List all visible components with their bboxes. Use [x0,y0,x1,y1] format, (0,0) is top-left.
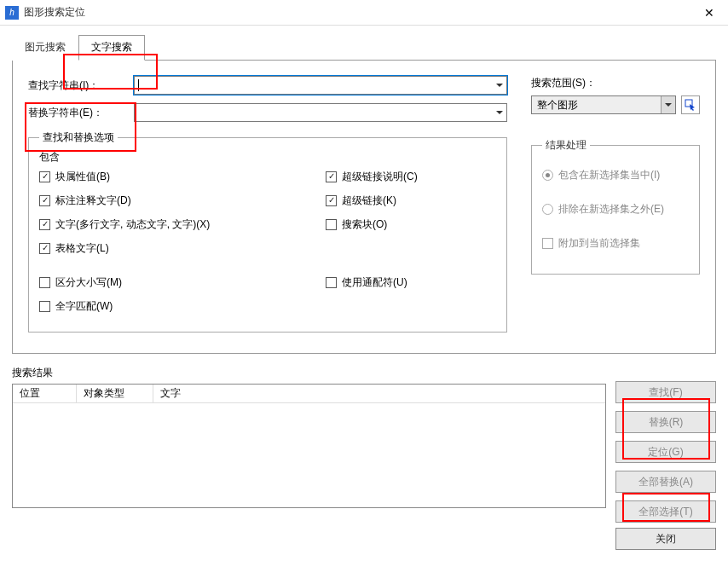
radio-exclude [542,204,553,215]
radio-include [542,170,553,181]
result-handling-group: 结果处理 包含在新选择集当中(I) 排除在新选择集之外(E) 附加到当前选择集 [531,138,700,275]
col-object-type[interactable]: 对象类型 [77,385,153,402]
chevron-down-icon[interactable] [492,77,506,94]
checkbox-hyperlink-desc[interactable]: ✓ [326,171,337,182]
include-legend: 包含 [39,150,496,165]
find-string-input[interactable] [134,76,507,95]
checkbox-text[interactable]: ✓ [39,219,50,230]
window-title: 图形搜索定位 [24,5,690,20]
checkbox-wildcard[interactable] [326,277,337,288]
tab-element-search[interactable]: 图元搜索 [12,35,78,61]
results-label: 搜索结果 [12,366,607,380]
checkbox-append [542,238,553,249]
checkbox-case[interactable] [39,277,50,288]
col-location[interactable]: 位置 [13,385,77,402]
find-string-label: 查找字符串(I)： [28,78,134,93]
chevron-down-icon[interactable] [492,104,506,121]
scope-label: 搜索范围(S)： [531,76,700,90]
checkbox-whole-word[interactable] [39,301,50,312]
tab-text-search[interactable]: 文字搜索 [78,35,145,61]
select-all-button[interactable]: 全部选择(T) [615,500,716,523]
scope-select[interactable]: 整个图形 [531,95,676,114]
result-handling-legend: 结果处理 [542,138,590,153]
app-icon: h [5,6,19,20]
find-button[interactable]: 查找(F) [615,381,716,403]
col-text[interactable]: 文字 [153,385,605,402]
tab-panel: 查找字符串(I)： 替换字符串(E)： 查找和替换选项 包含 ✓块属性值(B) [12,60,716,354]
replace-all-button[interactable]: 全部替换(A) [615,471,716,493]
locate-button[interactable]: 定位(G) [615,441,716,463]
pick-objects-icon[interactable] [681,95,700,114]
options-group: 查找和替换选项 包含 ✓块属性值(B) ✓标注注释文字(D) ✓文字(多行文字,… [28,130,507,333]
replace-string-label: 替换字符串(E)： [28,106,134,120]
title-bar: h 图形搜索定位 ✕ [0,0,728,26]
replace-button[interactable]: 替换(R) [615,411,716,433]
checkbox-block-attr[interactable]: ✓ [39,171,50,182]
checkbox-dim-text[interactable]: ✓ [39,195,50,206]
replace-string-input[interactable] [134,103,507,122]
results-table[interactable]: 位置 对象类型 文字 [12,384,606,508]
options-legend: 查找和替换选项 [39,130,118,145]
close-button[interactable]: 关闭 [615,528,716,550]
chevron-down-icon[interactable] [661,96,675,113]
close-icon[interactable]: ✕ [690,0,728,26]
checkbox-hyperlink[interactable]: ✓ [326,195,337,206]
checkbox-table-text[interactable]: ✓ [39,243,50,254]
checkbox-search-block[interactable] [326,219,337,230]
